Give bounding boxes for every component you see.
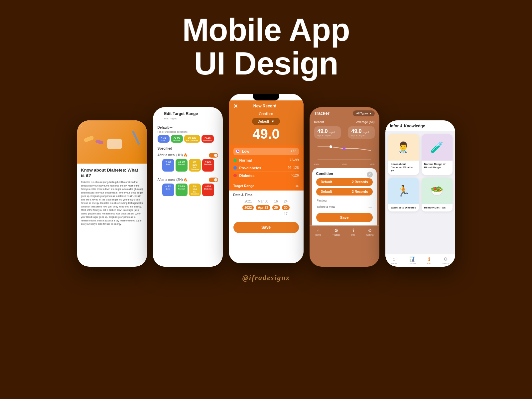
phone5-card-1[interactable]: 👨‍⚕️ Know about Diabetes: What Is It?	[388, 134, 419, 175]
date-col-month: Mar 30 Apr 23	[256, 199, 270, 216]
condition-row-default1[interactable]: Default 2 Records	[316, 178, 373, 186]
footer-text: @ifradesignz	[242, 273, 290, 282]
phone5-navbar: ⌂ Home 📊 Tracker ℹ Info ⚙ Setting	[385, 254, 455, 267]
phone5-grid: 👨‍⚕️ Know about Diabetes: What Is It? 🧪 …	[385, 131, 455, 214]
svg-point-0	[330, 145, 332, 148]
phone-4: Tracker All Types ▾ Recent Average (All)…	[310, 107, 379, 267]
phone3-date-title: Date & Tima	[233, 193, 299, 197]
dot-prediabetes	[233, 166, 237, 170]
dot-diabetes	[233, 174, 237, 177]
phone2-back-row: ← Edit Target Range	[158, 111, 218, 116]
footer: @ifradesignz	[0, 273, 532, 282]
meal1-tag-low: < 72 Low	[162, 159, 174, 172]
phone3-notch	[253, 94, 279, 100]
phone2-meal1-tags: < 72 Low 72-99 Normal 99-126 Pre Diabete…	[158, 159, 218, 174]
phone2-specified-row: Specified	[153, 145, 223, 152]
phone2-meal2-toggle[interactable]	[209, 178, 218, 182]
phone4-recent-value: 49.0	[318, 128, 328, 134]
phone3-condition-section: Condition Default ▼ 49.0	[229, 112, 304, 145]
phone2-meal1-section: After a meal (1H) 🔥 < 72 Low 72-99 Norma…	[153, 152, 223, 176]
home-icon: ⌂	[317, 228, 319, 233]
tag-normal: 72-99 Normal	[171, 135, 183, 143]
phone3-close-button[interactable]: ✕	[233, 103, 238, 109]
phone2-unit: unit: mg/dL	[164, 117, 218, 120]
phone3-condition-dropdown[interactable]: Default ▼	[252, 118, 280, 125]
meal1-tag-normal: 72-99 Normal	[176, 159, 188, 172]
phone4-nav-setting[interactable]: ⚙ Setting	[366, 228, 374, 236]
phone4-chart	[314, 141, 375, 163]
svg-point-1	[343, 147, 345, 150]
syringe-decoration	[132, 130, 140, 145]
list-item-normal[interactable]: Normal 72–99	[233, 157, 299, 164]
phone4-recent-card: 49.0 mg/al. Apr 30 20,04	[314, 126, 341, 139]
phone4-recent-label: Recent	[314, 120, 324, 124]
phone4-modal-close-button[interactable]: ✕	[367, 172, 373, 178]
phone5-card2-label: Norami Range of Blood Shugar	[422, 161, 453, 172]
dot-normal	[233, 159, 237, 162]
phone5-card4-img: 🥗	[422, 178, 453, 204]
phone4-navbar: ⌂ Home ⚙ Tracker ℹ Info ⚙ Setting	[310, 225, 379, 238]
phone1-back-button[interactable]: ←	[80, 124, 86, 130]
phone5-card-2[interactable]: 🧪 Norami Range of Blood Shugar	[422, 134, 453, 175]
phone4-save-button[interactable]: Save	[316, 213, 373, 222]
phone2-fasting-row: Fasting	[153, 201, 223, 267]
phone4-chart-area	[310, 140, 379, 163]
phone5-card-4[interactable]: 🥗 Healthy Diet Tips	[422, 178, 453, 211]
ph5-home-icon: ⌂	[392, 256, 395, 262]
list-item-prediabetes[interactable]: Pre-diabetes 99–126	[233, 164, 299, 172]
meal2-tag-pre: 99-126 Pre Diabetes	[189, 184, 201, 196]
phone2-meal1-toggle[interactable]	[209, 153, 218, 158]
phone5-card1-label: Know about Diabetes: What Is It?	[388, 161, 419, 175]
phone4-nav-home[interactable]: ⌂ Home	[315, 228, 321, 236]
phone5-nav-setting[interactable]: ⚙ Setting	[442, 256, 450, 265]
phone4-modal-title: Condition	[316, 172, 373, 176]
phone5-nav-tracker[interactable]: 📊 Tracker	[408, 256, 416, 265]
phone4-avg-card: 49.0 mg/al. Apr 30 20,04	[348, 126, 375, 139]
phone2-meal2-section: After a meal (2H) 🔥 < 72 Low 72-99 Norma…	[153, 176, 223, 201]
phone3-bar-title: New Record	[253, 104, 276, 108]
phone2-back-button[interactable]: ←	[158, 111, 162, 116]
phone4-recent-date: Apr 30 20,04	[318, 134, 337, 137]
meal1-tag-diabetes: >126 Diabetes	[202, 159, 214, 172]
phone4-avg-label: Average (All)	[356, 120, 374, 124]
phone-3: ✕ New Record Condition Default ▼ 49.0 Lo…	[229, 94, 304, 263]
list-item-low[interactable]: Low <72	[233, 148, 299, 155]
phone4-nav-info[interactable]: ℹ Info	[351, 228, 355, 236]
ph5-tracker-icon: 📊	[409, 256, 415, 262]
dot-low	[236, 150, 239, 153]
ph5-info-icon: ℹ	[428, 256, 430, 262]
list-item-diabetes[interactable]: Diabetes >126	[233, 172, 299, 179]
phone4-avg-date: Apr 30 20,04	[351, 134, 371, 137]
phone4-section-row: Recent Average (All)	[310, 119, 379, 125]
setting-icon: ⚙	[368, 228, 372, 233]
meal1-tag-pre: 99-126 Pre Diabetes	[189, 159, 201, 172]
condition-row-before-meal: Before a meal —	[316, 204, 373, 210]
phone4-value-row: 49.0 mg/al. Apr 30 20,04 49.0 mg/al. Apr…	[310, 125, 379, 140]
phone3-target-edit-icon[interactable]: ✏	[296, 184, 299, 189]
phone5-nav-home[interactable]: ⌂ Home	[391, 256, 397, 265]
info-icon: ℹ	[352, 228, 354, 233]
date-col-year: 2021 2022	[242, 199, 254, 216]
phone4-nav-tracker[interactable]: ⚙ Tracker	[332, 228, 340, 236]
phone4-type-dropdown[interactable]: All Types ▾	[353, 110, 374, 116]
phone5-card3-img: 🏃	[388, 178, 419, 204]
phone-1: ← Know about Diabetes: What is it? Diabe…	[77, 120, 147, 267]
tracker-icon: ⚙	[334, 228, 338, 233]
phone2-title: Edit Target Range	[164, 111, 198, 116]
phone2-default-sub: For all unspecified conditions	[153, 131, 223, 135]
phone2-specified-label: Specified	[158, 147, 172, 150]
phone1-top-image: ←	[77, 120, 147, 164]
phone5-card2-img: 🧪	[422, 134, 453, 161]
main-title: Mobile App UI Design	[0, 13, 532, 80]
date-col-min: 24 30 17	[282, 199, 290, 216]
before-meal-label: Before a meal	[317, 205, 335, 208]
pill-decoration	[83, 135, 94, 143]
phone2-meal2-tags: < 72 Low 72-99 Normal 99-126 Pre Diabete…	[158, 184, 218, 199]
meal2-tag-diabetes: >126 Diabetes	[202, 184, 214, 196]
phone-5: Infor & Knowledge 👨‍⚕️ Know about Diabet…	[385, 120, 455, 267]
phone5-nav-info[interactable]: ℹ Info	[427, 256, 431, 265]
phone3-save-button[interactable]: Save	[233, 222, 299, 233]
phone5-card-3[interactable]: 🏃 Exercise & Diabetes	[388, 178, 419, 211]
condition-row-default2[interactable]: Default 2 Records	[316, 188, 373, 196]
fasting-label: Fasting	[317, 199, 327, 202]
